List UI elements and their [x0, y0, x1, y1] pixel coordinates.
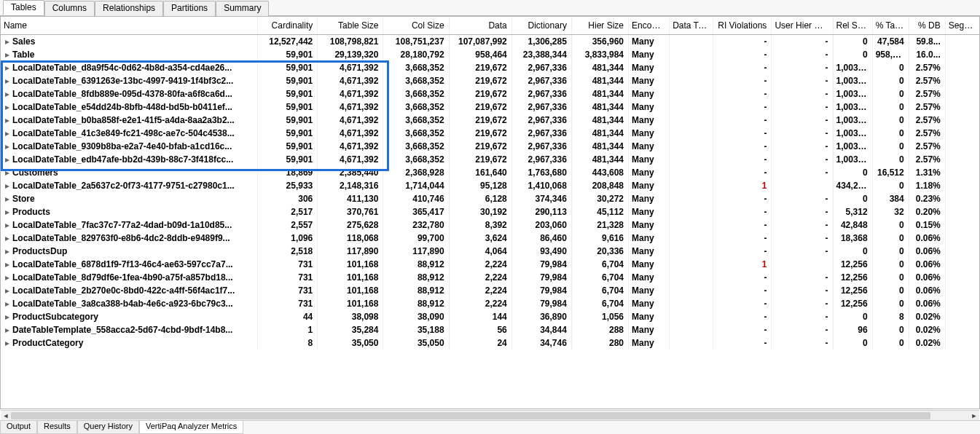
cell-pct_db: 0.02% — [909, 336, 945, 350]
expand-icon[interactable]: ▸ — [4, 102, 11, 112]
cell-cardinality: 731 — [258, 258, 318, 271]
top-tab-summary[interactable]: Summary — [216, 1, 269, 16]
table-row[interactable]: ▸Products2,517370,761365,41730,192290,11… — [1, 205, 979, 218]
top-tab-relationships[interactable]: Relationships — [95, 1, 163, 16]
expand-icon[interactable]: ▸ — [4, 285, 11, 296]
col-header-table_size[interactable]: Table Size — [318, 17, 383, 35]
col-header-ri_violations[interactable]: RI Violations — [713, 17, 772, 35]
table-row[interactable]: ▸LocalDateTable_6391263e-13bc-4997-9419-… — [1, 74, 979, 87]
horizontal-scrollbar[interactable]: ◄ ► — [1, 410, 979, 421]
cell-dictionary: 79,984 — [511, 284, 571, 297]
table-row[interactable]: ▸LocalDateTable_b0ba858f-e2e1-41f5-a4da-… — [1, 114, 979, 127]
expand-icon[interactable]: ▸ — [4, 115, 11, 125]
scroll-track[interactable] — [11, 411, 969, 421]
expand-icon[interactable]: ▸ — [4, 246, 11, 256]
cell-table_size: 275,628 — [318, 218, 383, 232]
col-header-cardinality[interactable]: Cardinality — [258, 17, 318, 35]
cell-rel_size: 1,003,040 — [833, 114, 872, 127]
expand-icon[interactable]: ▸ — [4, 181, 11, 191]
table-row[interactable]: ▸Table59,90129,139,32028,180,792958,4642… — [1, 48, 979, 61]
table-row[interactable]: ▸LocalDateTable_8d79df6e-1fea-4b90-a75f-… — [1, 271, 979, 284]
col-header-hier_size[interactable]: Hier Size — [571, 17, 628, 35]
expand-icon[interactable]: ▸ — [4, 220, 11, 230]
cell-hier_size: 481,344 — [571, 153, 628, 166]
table-row[interactable]: ▸LocalDateTable_d8a9f54c-0d62-4b8d-a354-… — [1, 61, 979, 74]
header-row: NameCardinalityTable SizeCol SizeDataDic… — [1, 17, 979, 35]
cell-encoding: Many — [629, 323, 670, 336]
table-row[interactable]: ▸LocalDateTable_9309b8ba-e2a7-4e40-bfab-… — [1, 140, 979, 153]
col-header-pct_table[interactable]: % Table — [872, 17, 909, 35]
col-header-pct_db[interactable]: % DB — [909, 17, 945, 35]
col-header-dictionary[interactable]: Dictionary — [511, 17, 571, 35]
expand-icon[interactable]: ▸ — [4, 76, 11, 86]
expand-icon[interactable]: ▸ — [4, 259, 11, 269]
cell-hier_size: 356,960 — [571, 35, 628, 49]
table-row[interactable]: ▸Customers18,8692,385,4402,368,928161,64… — [1, 166, 979, 179]
expand-icon[interactable]: ▸ — [4, 272, 11, 283]
cell-segmen — [945, 218, 979, 232]
table-row[interactable]: ▸Store306411,130410,7466,128374,34630,27… — [1, 192, 979, 205]
expand-icon[interactable]: ▸ — [4, 50, 11, 60]
table-row[interactable]: ▸LocalDateTable_e54dd24b-8bfb-448d-bd5b-… — [1, 100, 979, 114]
table-row[interactable]: ▸LocalDateTable_6878d1f9-7f13-46c4-ae63-… — [1, 258, 979, 271]
expand-icon[interactable]: ▸ — [4, 338, 11, 348]
expand-icon[interactable]: ▸ — [4, 312, 11, 322]
expand-icon[interactable]: ▸ — [4, 63, 11, 73]
expand-icon[interactable]: ▸ — [4, 207, 11, 217]
col-header-col_size[interactable]: Col Size — [383, 17, 449, 35]
cell-col_size: 410,746 — [383, 192, 449, 205]
table-row[interactable]: ▸Sales12,527,442108,798,821108,751,23710… — [1, 35, 979, 49]
expand-icon[interactable]: ▸ — [4, 325, 11, 335]
status-tab-vertipaq-analyzer-metrics[interactable]: VertiPaq Analyzer Metrics — [139, 421, 243, 434]
cell-pct_table: 0 — [872, 336, 909, 350]
col-header-encoding[interactable]: Encoding — [629, 17, 670, 35]
top-tab-tables[interactable]: Tables — [3, 0, 44, 15]
cell-encoding: Many — [629, 245, 670, 258]
col-header-rel_size[interactable]: Rel Size — [833, 17, 872, 35]
expand-icon[interactable]: ▸ — [4, 154, 11, 165]
cell-cardinality: 59,901 — [258, 74, 318, 87]
scroll-left-icon[interactable]: ◄ — [1, 411, 11, 421]
expand-icon[interactable]: ▸ — [4, 128, 11, 138]
scroll-right-icon[interactable]: ► — [969, 411, 979, 421]
cell-user_hier_size: - — [772, 48, 833, 61]
col-header-data_type[interactable]: Data Type — [670, 17, 713, 35]
table-row[interactable]: ▸LocalDateTable_2b270e0c-8bd0-422c-a4ff-… — [1, 284, 979, 297]
top-tab-partitions[interactable]: Partitions — [163, 1, 216, 16]
cell-ri_violations: - — [713, 87, 772, 100]
table-row[interactable]: ▸DateTableTemplate_558acca2-5d67-4cbd-9b… — [1, 323, 979, 336]
top-tab-columns[interactable]: Columns — [44, 1, 95, 16]
table-row[interactable]: ▸ProductsDup2,518117,890117,8904,06493,4… — [1, 245, 979, 258]
expand-icon[interactable]: ▸ — [4, 299, 11, 309]
table-row[interactable]: ▸ProductCategory835,05035,0502434,746280… — [1, 336, 979, 350]
cell-encoding: Many — [629, 74, 670, 87]
expand-icon[interactable]: ▸ — [4, 194, 11, 204]
table-row[interactable]: ▸LocalDateTable_2a5637c2-0f73-4177-9751-… — [1, 179, 979, 192]
status-tab-output[interactable]: Output — [0, 421, 37, 434]
scroll-thumb[interactable] — [11, 412, 930, 419]
col-header-data[interactable]: Data — [449, 17, 511, 35]
expand-icon[interactable]: ▸ — [4, 233, 11, 243]
col-header-segmen[interactable]: Segmen — [945, 17, 979, 35]
cell-ri_violations: - — [713, 310, 772, 323]
col-header-user_hier_size[interactable]: User Hier Size — [772, 17, 833, 35]
table-row[interactable]: ▸LocalDateTable_8fdb889e-095d-4378-80fa-… — [1, 87, 979, 100]
table-row[interactable]: ▸LocalDateTable_edb47afe-bb2d-439b-88c7-… — [1, 153, 979, 166]
table-row[interactable]: ▸LocalDateTable_3a8ca388-b4ab-4e6c-a923-… — [1, 297, 979, 310]
expand-icon[interactable]: ▸ — [4, 36, 11, 47]
table-row[interactable]: ▸LocalDateTable_41c3e849-fc21-498c-ae7c-… — [1, 127, 979, 140]
cell-dictionary: 34,746 — [511, 336, 571, 350]
grid-scroll[interactable]: NameCardinalityTable SizeCol SizeDataDic… — [1, 17, 979, 409]
expand-icon[interactable]: ▸ — [4, 141, 11, 151]
cell-pct_table: 0 — [872, 232, 909, 245]
expand-icon[interactable]: ▸ — [4, 167, 11, 178]
expand-icon[interactable]: ▸ — [4, 89, 11, 99]
col-header-name[interactable]: Name — [1, 17, 258, 35]
cell-data_type — [670, 284, 713, 297]
table-row[interactable]: ▸ProductSubcategory4438,09838,09014436,8… — [1, 310, 979, 323]
table-row[interactable]: ▸LocalDateTable_7fac37c7-77a2-4dad-b09d-… — [1, 218, 979, 232]
status-tab-results[interactable]: Results — [37, 421, 77, 434]
row-name: ProductSubcategory — [12, 312, 98, 322]
table-row[interactable]: ▸LocalDateTable_829763f0-e8b6-4dc2-8ddb-… — [1, 232, 979, 245]
status-tab-query-history[interactable]: Query History — [77, 421, 139, 434]
